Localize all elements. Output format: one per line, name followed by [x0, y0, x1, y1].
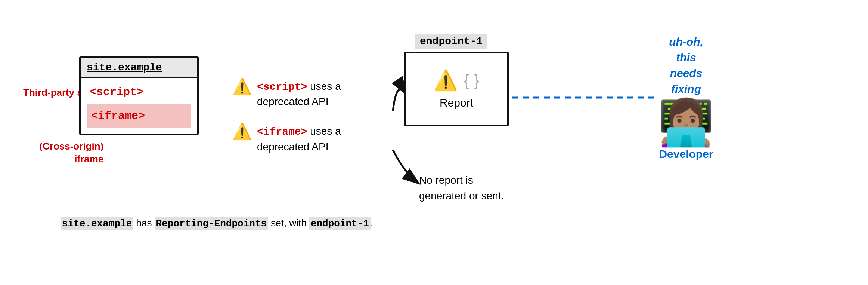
site-box-header: site.example: [81, 58, 197, 78]
endpoint-json-icon: { }: [464, 71, 480, 90]
endpoint-warning-icon: ⚠️: [434, 69, 458, 92]
developer-label: Developer: [659, 148, 713, 160]
warnings-section: ⚠️ <script> uses adeprecated API ⚠️ <ifr…: [232, 79, 371, 154]
warning-icon-2: ⚠️: [232, 124, 252, 140]
warnings-list: ⚠️ <script> uses adeprecated API ⚠️ <ifr…: [232, 79, 341, 154]
developer-emoji: 👩🏽‍💻: [658, 100, 714, 145]
site-caption-text: site.example has Reporting-Endpoints set…: [61, 216, 373, 231]
site-caption: site.example has Reporting-Endpoints set…: [61, 210, 373, 231]
site-box-content: <script> <iframe>: [81, 78, 197, 134]
endpoint-report-label: Report: [440, 96, 473, 109]
diagram-layout: Third-party script (Cross-origin)iframe …: [23, 12, 845, 273]
uh-oh-text: uh-oh,thisneedsfixing: [669, 34, 703, 97]
arrow-to-no-report: [393, 150, 419, 184]
warning-code-iframe: <iframe>: [257, 126, 307, 138]
warning-icon-1: ⚠️: [232, 79, 252, 95]
no-report-section: No report isgenerated or sent.: [419, 172, 504, 204]
endpoint-icons: ⚠️ { }: [434, 69, 480, 92]
warning-item-iframe: ⚠️ <iframe> uses adeprecated API: [232, 124, 341, 154]
warning-text-2: <iframe> uses adeprecated API: [257, 124, 341, 154]
script-tag: <script>: [87, 84, 191, 100]
iframe-tag-box: <iframe>: [87, 104, 191, 128]
caption-reporting-endpoints: Reporting-Endpoints: [155, 217, 268, 230]
site-box-wrapper: site.example <script> <iframe>: [79, 56, 199, 135]
caption-site-name: site.example: [61, 217, 133, 230]
warning-code-script: <script>: [257, 81, 307, 93]
site-title: site.example: [87, 62, 162, 73]
diagram-container: Third-party script (Cross-origin)iframe …: [0, 0, 868, 285]
no-report-text: No report isgenerated or sent.: [419, 172, 504, 204]
developer-section: uh-oh,thisneedsfixing 👩🏽‍💻 Developer: [658, 34, 714, 160]
iframe-tag: <iframe>: [91, 110, 145, 122]
endpoint-wrapper: endpoint-1 ⚠️ { } Report: [404, 34, 509, 126]
caption-endpoint-1: endpoint-1: [309, 217, 371, 230]
developer-content: uh-oh,thisneedsfixing 👩🏽‍💻 Developer: [658, 34, 714, 160]
site-box: site.example <script> <iframe>: [79, 56, 199, 135]
endpoint-box: ⚠️ { } Report: [404, 52, 509, 126]
cross-origin-label: (Cross-origin)iframe: [23, 140, 103, 166]
warning-text-1: <script> uses adeprecated API: [257, 79, 341, 109]
warning-item-script: ⚠️ <script> uses adeprecated API: [232, 79, 341, 109]
endpoint-label: endpoint-1: [415, 34, 487, 49]
